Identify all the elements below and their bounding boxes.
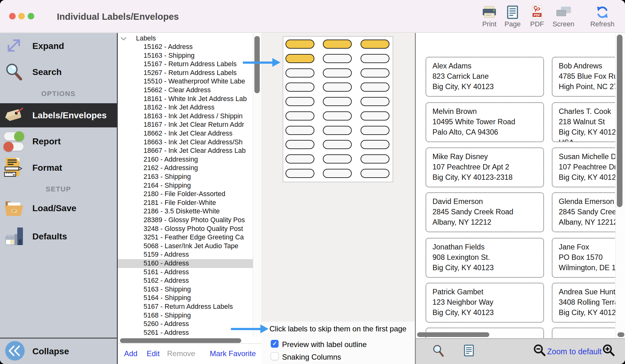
recipient-name: David Emerson: [432, 196, 540, 207]
sidebar-item-format[interactable]: Format: [0, 157, 117, 179]
label-cell[interactable]: [285, 126, 314, 135]
label-cell[interactable]: [361, 154, 389, 163]
label-cell[interactable]: [285, 154, 314, 163]
report-doc-icon[interactable]: [464, 345, 474, 358]
sidebar-item-expand[interactable]: Expand: [0, 35, 117, 57]
tree-item[interactable]: 2164 - Shipping: [118, 181, 253, 190]
label-cell[interactable]: [361, 68, 389, 78]
label-cell[interactable]: [361, 126, 389, 135]
skipped-label-cell[interactable]: [285, 40, 314, 49]
label-cell[interactable]: [323, 126, 352, 135]
label-cell[interactable]: [323, 97, 352, 106]
address-line: 823 Carrick Lane: [432, 71, 540, 82]
svg-text:PDF: PDF: [534, 13, 541, 17]
preview-scrollbar-corner[interactable]: [617, 332, 624, 337]
tree-item[interactable]: 15662 - Clear Address: [118, 86, 253, 95]
address-line: 10495 White Tower Road: [432, 117, 540, 127]
pdf-button[interactable]: PDF PDF: [522, 5, 552, 28]
remove-button[interactable]: Remove: [167, 349, 195, 358]
zoom-to-default-button[interactable]: Zoom to default: [547, 347, 602, 356]
label-cell[interactable]: [323, 83, 352, 92]
label-cell[interactable]: [323, 140, 352, 149]
label-cell[interactable]: [285, 111, 314, 120]
tree-item[interactable]: 5168 - Shipping: [118, 311, 253, 320]
label-cell[interactable]: [361, 83, 389, 92]
tree-item[interactable]: 18163 - Ink Jet Address / Shippin: [118, 112, 253, 121]
tree-item[interactable]: 5161 - Address: [118, 268, 253, 277]
sidebar-item-report[interactable]: Report: [0, 130, 117, 153]
tree-item[interactable]: 15162 - Address: [118, 43, 253, 51]
label-cell[interactable]: [285, 83, 314, 92]
label-cell[interactable]: [323, 154, 352, 163]
label-cell[interactable]: [361, 169, 389, 178]
list-horizontal-scrollbar-thumb[interactable]: [120, 338, 241, 343]
tree-item[interactable]: 18162 - Ink Jet Address: [118, 103, 253, 112]
close-window-button[interactable]: [9, 13, 16, 19]
tree-item[interactable]: 5163 - Shipping: [118, 285, 253, 294]
label-cell[interactable]: [361, 54, 389, 63]
tree-item[interactable]: 18161 - White Ink Jet Address Lab: [118, 95, 253, 104]
skipped-label-cell[interactable]: [361, 40, 389, 49]
skipped-label-cell[interactable]: [285, 54, 314, 63]
tree-item[interactable]: 18667 - Ink Jet Clear Address Lab: [118, 147, 253, 155]
label-cell[interactable]: [361, 140, 389, 149]
label-cell[interactable]: [323, 111, 352, 120]
tree-item[interactable]: 2162 - Addressing: [118, 164, 253, 173]
tree-item[interactable]: 15163 - Shipping: [118, 51, 253, 60]
sidebar-item-labels-envelopes[interactable]: Labels/Envelopes: [0, 103, 117, 127]
label-cell[interactable]: [361, 97, 389, 106]
zoom-in-icon[interactable]: [602, 344, 615, 358]
tree-item[interactable]: 28389 - Glossy Photo Quality Pos: [118, 216, 253, 225]
arrow-to-skipped-label: [243, 58, 280, 67]
edit-button[interactable]: Edit: [147, 349, 160, 358]
tree-item[interactable]: 5068 - Laser/Ink Jet Audio Tape: [118, 242, 253, 251]
label-cell[interactable]: [323, 169, 352, 178]
mark-favorite-button[interactable]: Mark Favorite: [210, 349, 256, 358]
label-cell[interactable]: [285, 169, 314, 178]
tree-item[interactable]: 18662 - Ink Jet Clear Address: [118, 129, 253, 138]
tree-item[interactable]: 5162 - Address: [118, 276, 253, 285]
add-button[interactable]: Add: [124, 349, 138, 358]
zoom-window-button[interactable]: [28, 13, 34, 19]
tree-item[interactable]: 2163 - Shipping: [118, 173, 253, 181]
skipped-label-cell[interactable]: [323, 40, 352, 49]
label-cell[interactable]: [285, 140, 314, 149]
tree-item[interactable]: 3248 - Glossy Photo Quality Post: [118, 225, 253, 233]
zoom-out-icon[interactable]: [533, 344, 546, 358]
snaking-columns-checkbox[interactable]: [271, 352, 279, 360]
sidebar-item-defaults[interactable]: Defaults: [0, 225, 117, 248]
preview-horizontal-scrollbar-thumb[interactable]: [417, 332, 489, 337]
label-cell[interactable]: [285, 97, 314, 106]
preview-vertical-scrollbar-thumb[interactable]: [617, 35, 622, 207]
tree-item[interactable]: 2180 - File Folder-Assorted: [118, 190, 253, 199]
tree-item[interactable]: 15510 - Weatherproof White Labe: [118, 77, 253, 86]
sidebar-section-setup: SETUP: [0, 185, 117, 193]
tree-item[interactable]: 2186 - 3.5 Diskette-White: [118, 207, 253, 216]
screen-button[interactable]: Screen: [548, 5, 579, 28]
label-cell[interactable]: [323, 68, 352, 78]
tree-item[interactable]: 15267 - Return Address Labels: [118, 69, 253, 78]
sidebar-item-collapse[interactable]: Collapse: [0, 338, 117, 364]
search-icon: [4, 62, 23, 82]
tree-item[interactable]: 5164 - Shipping: [118, 294, 253, 302]
tree-item[interactable]: 18663 - Ink Jet Clear Address/Sh: [118, 138, 253, 147]
label-cell[interactable]: [285, 68, 314, 78]
chevron-down-icon[interactable]: [121, 36, 127, 42]
label-cell[interactable]: [323, 54, 352, 63]
tree-item[interactable]: 5160 - Address: [118, 259, 253, 268]
tree-item[interactable]: 3251 - Feather Edge Greeting Ca: [118, 233, 253, 242]
tree-root-row[interactable]: Labels: [118, 34, 253, 43]
tree-item[interactable]: 15167 - Return Address Labels: [118, 60, 253, 69]
magnifier-icon[interactable]: [432, 344, 444, 358]
tree-item[interactable]: 5159 - Address: [118, 250, 253, 259]
label-cell[interactable]: [361, 111, 389, 120]
preview-outline-checkbox[interactable]: ✓: [271, 340, 279, 348]
tree-item[interactable]: 5167 - Return Address Labels: [118, 302, 253, 311]
sidebar-item-load-save[interactable]: Load/Save: [0, 197, 117, 220]
sidebar-item-search[interactable]: Search: [0, 61, 117, 83]
tree-item[interactable]: 18167 - Ink Jet Clear Return Addr: [118, 120, 253, 129]
tree-item[interactable]: 2181 - File Folder-White: [118, 199, 253, 207]
tree-item[interactable]: 2160 - Addressing: [118, 155, 253, 164]
minimize-window-button[interactable]: [18, 13, 25, 19]
refresh-button[interactable]: Refresh: [587, 5, 617, 28]
